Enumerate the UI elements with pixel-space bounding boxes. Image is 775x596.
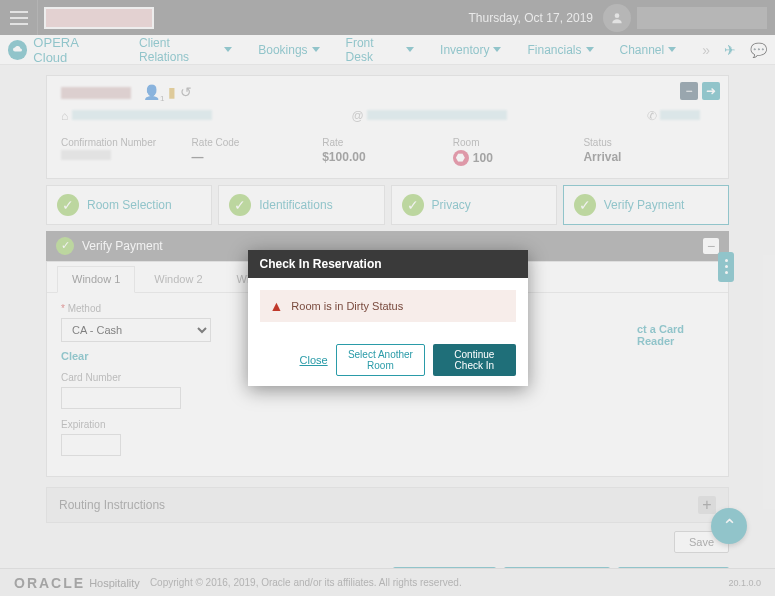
room-value: 100 [473, 151, 493, 165]
routing-section[interactable]: Routing Instructions + [46, 487, 729, 523]
brand[interactable]: OPERA Cloud [8, 35, 113, 65]
user-name[interactable] [637, 7, 767, 29]
clear-link[interactable]: Clear [61, 350, 211, 362]
expand-button[interactable]: ➜ [702, 82, 720, 100]
warning-text: Room is in Dirty Status [291, 300, 403, 312]
step-room-selection[interactable]: ✓Room Selection [46, 185, 212, 225]
select-another-room-button[interactable]: Select Another Room [336, 344, 426, 376]
phone-icon: ✆ [647, 109, 700, 123]
card-number-input[interactable] [61, 387, 181, 409]
property-selector[interactable] [44, 7, 154, 29]
collapse-button[interactable]: − [680, 82, 698, 100]
chevron-down-icon [312, 47, 320, 52]
status-value: Arrival [583, 150, 714, 164]
step-verify-payment[interactable]: ✓Verify Payment [563, 185, 729, 225]
version-text: 20.1.0.0 [728, 578, 761, 588]
bottle-icon: ▮ [168, 84, 176, 103]
menu-inventory[interactable]: Inventory [440, 43, 501, 57]
guest-card: 👤1 ▮ ↺ ⌂ @ ✆ − ➜ Confirmation Number [46, 75, 729, 179]
continue-check-in-button[interactable]: Continue Check In [433, 344, 515, 376]
warning-icon: ▲ [270, 298, 284, 314]
chevron-down-icon [493, 47, 501, 52]
expiration-label: Expiration [61, 419, 211, 430]
chevron-down-icon [406, 47, 414, 52]
menu-bookings[interactable]: Bookings [258, 43, 319, 57]
room-status-icon: ⬣ [453, 150, 469, 166]
modal-close-link[interactable]: Close [300, 354, 328, 366]
step-privacy[interactable]: ✓Privacy [391, 185, 557, 225]
check-icon: ✓ [229, 194, 251, 216]
home-icon: ⌂ [61, 109, 212, 123]
rate-value: $100.00 [322, 150, 453, 164]
menu-financials[interactable]: Financials [527, 43, 593, 57]
tab-window-1[interactable]: Window 1 [57, 266, 135, 293]
scroll-top-button[interactable]: ⌃ [711, 508, 747, 544]
chevron-down-icon [586, 47, 594, 52]
copyright-text: Copyright © 2016, 2019, Oracle and/or it… [150, 577, 462, 588]
rate-code-value: — [192, 150, 323, 164]
hamburger-menu[interactable] [0, 0, 38, 35]
card-reader-link[interactable]: ct a Card Reader [637, 303, 714, 456]
rocket-icon[interactable]: ✈ [724, 42, 736, 58]
guest-name[interactable] [61, 87, 131, 99]
user-icon[interactable] [603, 4, 631, 32]
menu-bar: OPERA Cloud Client Relations Bookings Fr… [0, 35, 775, 65]
oracle-logo: ORACLE [14, 575, 85, 591]
check-icon: ✓ [574, 194, 596, 216]
chat-icon[interactable]: 💬 [750, 42, 767, 58]
modal-title: Check In Reservation [248, 250, 528, 278]
check-icon: ✓ [56, 237, 74, 255]
cloud-icon [8, 40, 27, 60]
warning-box: ▲ Room is in Dirty Status [260, 290, 516, 322]
menu-front-desk[interactable]: Front Desk [346, 36, 415, 64]
collapse-section-button[interactable]: − [703, 238, 719, 254]
confirmation-label: Confirmation Number [61, 137, 192, 148]
current-date: Thursday, Oct 17, 2019 [468, 11, 593, 25]
check-icon: ✓ [57, 194, 79, 216]
section-title: Verify Payment [82, 239, 163, 253]
rate-label: Rate [322, 137, 453, 148]
step-identifications[interactable]: ✓Identifications [218, 185, 384, 225]
panel-actions-button[interactable] [718, 252, 734, 282]
check-icon: ✓ [402, 194, 424, 216]
rate-code-label: Rate Code [192, 137, 323, 148]
email-icon: @ [352, 109, 508, 123]
method-label: Method [61, 303, 211, 314]
hospitality-label: Hospitality [89, 577, 140, 589]
menu-channel[interactable]: Channel [620, 43, 677, 57]
top-bar: Thursday, Oct 17, 2019 [0, 0, 775, 35]
status-label: Status [583, 137, 714, 148]
add-routing-button[interactable]: + [698, 496, 716, 514]
menu-client-relations[interactable]: Client Relations [139, 36, 232, 64]
method-select[interactable]: CA - Cash [61, 318, 211, 342]
steps-row: ✓Room Selection ✓Identifications ✓Privac… [46, 185, 729, 225]
card-number-label: Card Number [61, 372, 211, 383]
expiration-input[interactable] [61, 434, 121, 456]
more-menu-icon[interactable]: » [702, 42, 710, 58]
svg-point-0 [615, 13, 620, 18]
check-in-modal: Check In Reservation ▲ Room is in Dirty … [248, 250, 528, 386]
refresh-icon[interactable]: ↺ [180, 84, 192, 103]
tab-window-2[interactable]: Window 2 [139, 266, 217, 292]
footer: ORACLE Hospitality Copyright © 2016, 201… [0, 568, 775, 596]
chevron-down-icon [224, 47, 232, 52]
routing-label: Routing Instructions [59, 498, 165, 512]
chevron-down-icon [668, 47, 676, 52]
room-label: Room [453, 137, 584, 148]
adults-icon: 👤1 [143, 84, 164, 103]
